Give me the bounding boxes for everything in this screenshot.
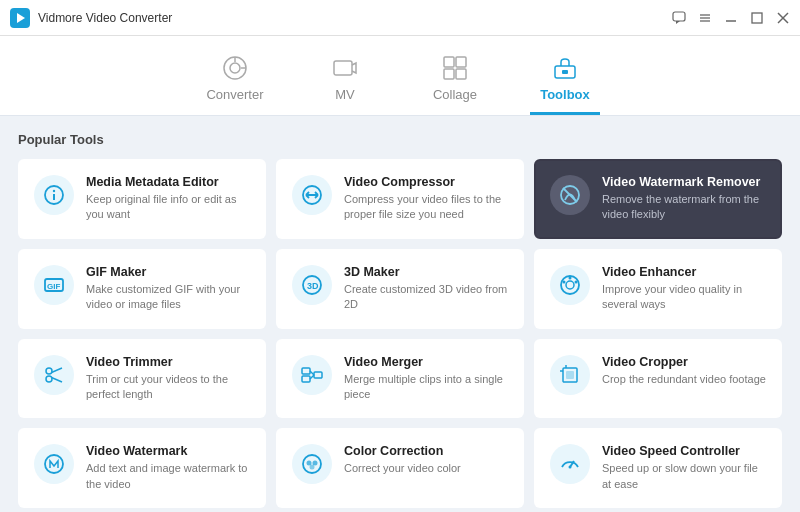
svg-point-59 — [310, 465, 315, 470]
tool-card-video-watermark-remover[interactable]: Video Watermark Remover Remove the water… — [534, 159, 782, 239]
tab-collage[interactable]: Collage — [420, 55, 490, 115]
tool-name-video-cropper: Video Cropper — [602, 355, 766, 369]
tab-collage-label: Collage — [433, 87, 477, 102]
watermark-remover-icon — [550, 175, 590, 215]
merger-icon — [292, 355, 332, 395]
svg-point-40 — [575, 280, 578, 283]
tool-name-3d-maker: 3D Maker — [344, 265, 508, 279]
svg-point-38 — [566, 281, 574, 289]
tool-info-gif-maker: GIF Maker Make customized GIF with your … — [86, 265, 250, 313]
collage-icon — [442, 55, 468, 81]
tool-info-video-watermark: Video Watermark Add text and image water… — [86, 444, 250, 492]
tool-card-video-compressor[interactable]: Video Compressor Compress your video fil… — [276, 159, 524, 239]
tool-info-3d-maker: 3D Maker Create customized 3D video from… — [344, 265, 508, 313]
tab-toolbox-label: Toolbox — [540, 87, 590, 102]
tool-info-color-correction: Color Correction Correct your video colo… — [344, 444, 508, 476]
3d-icon: 3D — [292, 265, 332, 305]
tool-card-video-watermark[interactable]: Video Watermark Add text and image water… — [18, 428, 266, 508]
tool-name-gif-maker: GIF Maker — [86, 265, 250, 279]
tool-card-3d-maker[interactable]: 3D 3D Maker Create customized 3D video f… — [276, 249, 524, 329]
tab-toolbox[interactable]: Toolbox — [530, 55, 600, 115]
tab-converter-label: Converter — [206, 87, 263, 102]
trimmer-icon — [34, 355, 74, 395]
main-content: Popular Tools Media Metadata Editor Keep… — [0, 116, 800, 512]
tool-desc-video-speed-controller: Speed up or slow down your file at ease — [602, 461, 766, 492]
mv-icon — [332, 55, 358, 81]
svg-point-55 — [45, 455, 63, 473]
section-title: Popular Tools — [18, 132, 782, 147]
maximize-icon[interactable] — [750, 11, 764, 25]
cropper-icon — [550, 355, 590, 395]
tool-info-video-compressor: Video Compressor Compress your video fil… — [344, 175, 508, 223]
svg-rect-52 — [566, 371, 574, 379]
tab-nav: Converter MV Collage Toolbox — [0, 36, 800, 116]
tool-card-video-merger[interactable]: Video Merger Merge multiple clips into a… — [276, 339, 524, 419]
compressor-icon — [292, 175, 332, 215]
close-icon[interactable] — [776, 11, 790, 25]
svg-rect-8 — [752, 13, 762, 23]
tool-desc-video-watermark: Add text and image watermark to the vide… — [86, 461, 250, 492]
tool-info-video-merger: Video Merger Merge multiple clips into a… — [344, 355, 508, 403]
tool-card-video-cropper[interactable]: Video Cropper Crop the redundant video f… — [534, 339, 782, 419]
tool-name-color-correction: Color Correction — [344, 444, 508, 458]
app-icon — [10, 8, 30, 28]
tool-desc-video-enhancer: Improve your video quality in several wa… — [602, 282, 766, 313]
svg-rect-50 — [314, 372, 322, 378]
tool-desc-media-metadata-editor: Keep original file info or edit as you w… — [86, 192, 250, 223]
svg-point-39 — [563, 280, 566, 283]
svg-rect-46 — [302, 368, 310, 374]
svg-point-24 — [53, 190, 55, 192]
tool-desc-video-compressor: Compress your video files to the proper … — [344, 192, 508, 223]
tool-desc-video-watermark-remover: Remove the watermark from the video flex… — [602, 192, 766, 223]
svg-rect-19 — [456, 69, 466, 79]
enhancer-icon — [550, 265, 590, 305]
svg-point-61 — [569, 466, 572, 469]
tool-info-video-cropper: Video Cropper Crop the redundant video f… — [602, 355, 766, 387]
tool-card-video-speed-controller[interactable]: Video Speed Controller Speed up or slow … — [534, 428, 782, 508]
tool-info-video-trimmer: Video Trimmer Trim or cut your videos to… — [86, 355, 250, 403]
svg-point-12 — [230, 63, 240, 73]
tool-card-color-correction[interactable]: Color Correction Correct your video colo… — [276, 428, 524, 508]
app-title: Vidmore Video Converter — [38, 11, 172, 25]
tool-name-video-enhancer: Video Enhancer — [602, 265, 766, 279]
tool-card-media-metadata-editor[interactable]: Media Metadata Editor Keep original file… — [18, 159, 266, 239]
tool-name-video-speed-controller: Video Speed Controller — [602, 444, 766, 458]
title-bar: Vidmore Video Converter — [0, 0, 800, 36]
tab-converter[interactable]: Converter — [200, 55, 270, 115]
tool-card-video-trimmer[interactable]: Video Trimmer Trim or cut your videos to… — [18, 339, 266, 419]
tab-mv[interactable]: MV — [310, 55, 380, 115]
tab-mv-label: MV — [335, 87, 355, 102]
tool-info-video-watermark-remover: Video Watermark Remover Remove the water… — [602, 175, 766, 223]
tool-desc-video-merger: Merge multiple clips into a single piece — [344, 372, 508, 403]
tool-name-video-watermark: Video Watermark — [86, 444, 250, 458]
svg-text:3D: 3D — [307, 281, 319, 291]
tool-desc-3d-maker: Create customized 3D video from 2D — [344, 282, 508, 313]
tool-desc-video-cropper: Crop the redundant video footage — [602, 372, 766, 387]
svg-rect-21 — [562, 70, 568, 74]
svg-rect-18 — [444, 69, 454, 79]
tool-desc-gif-maker: Make customized GIF with your video or i… — [86, 282, 250, 313]
title-bar-controls — [672, 11, 790, 25]
tool-card-gif-maker[interactable]: GIF GIF Maker Make customized GIF with y… — [18, 249, 266, 329]
menu-icon[interactable] — [698, 11, 712, 25]
watermark-icon — [34, 444, 74, 484]
svg-point-56 — [303, 455, 321, 473]
gif-icon: GIF — [34, 265, 74, 305]
toolbox-icon — [552, 55, 578, 81]
chat-icon[interactable] — [672, 11, 686, 25]
tool-name-media-metadata-editor: Media Metadata Editor — [86, 175, 250, 189]
tool-card-video-enhancer[interactable]: Video Enhancer Improve your video qualit… — [534, 249, 782, 329]
minimize-icon[interactable] — [724, 11, 738, 25]
info-icon — [34, 175, 74, 215]
tool-info-video-enhancer: Video Enhancer Improve your video qualit… — [602, 265, 766, 313]
tool-desc-video-trimmer: Trim or cut your videos to the perfect l… — [86, 372, 250, 403]
svg-line-44 — [52, 368, 63, 373]
svg-point-42 — [46, 368, 52, 374]
speed-icon — [550, 444, 590, 484]
svg-rect-2 — [673, 12, 685, 21]
tool-name-video-trimmer: Video Trimmer — [86, 355, 250, 369]
tool-name-video-watermark-remover: Video Watermark Remover — [602, 175, 766, 189]
svg-rect-47 — [302, 376, 310, 382]
tools-grid: Media Metadata Editor Keep original file… — [18, 159, 782, 508]
svg-point-58 — [313, 461, 318, 466]
